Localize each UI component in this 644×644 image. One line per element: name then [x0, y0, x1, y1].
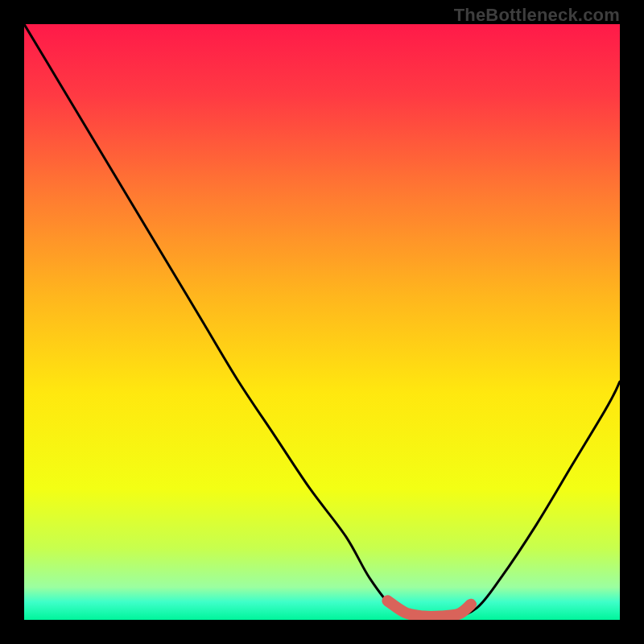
curve-layer — [24, 24, 620, 620]
bottleneck-curve — [24, 24, 620, 618]
plot-area — [24, 24, 620, 620]
watermark-text: TheBottleneck.com — [454, 5, 620, 26]
chart-stage: TheBottleneck.com — [0, 0, 644, 644]
optimal-band — [387, 601, 471, 617]
